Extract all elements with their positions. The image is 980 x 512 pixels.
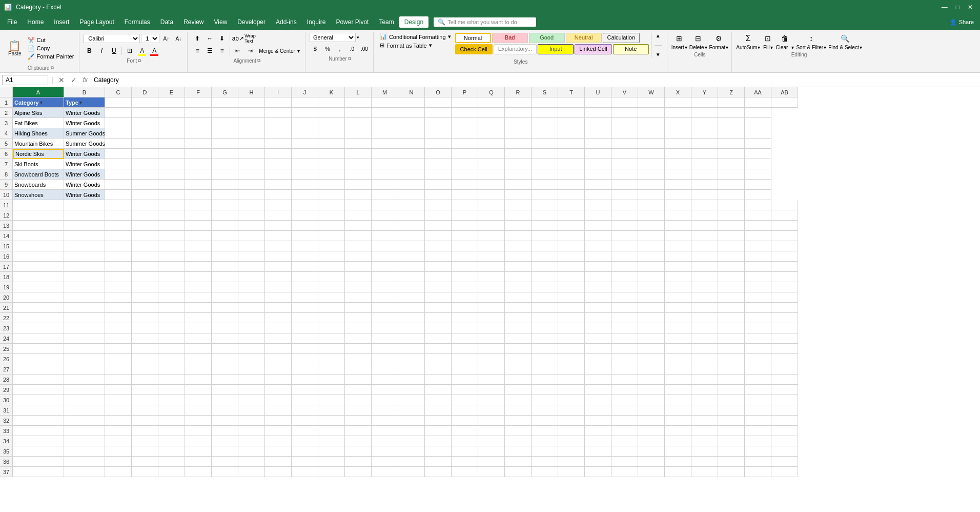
cell-r28-c24[interactable] xyxy=(691,375,718,385)
format-as-table-btn[interactable]: ⊞ Format as Table▾ xyxy=(378,42,453,49)
menu-data[interactable]: Data xyxy=(155,16,178,28)
row-21-number[interactable]: 21 xyxy=(0,303,13,313)
cell-r17-c26[interactable] xyxy=(745,262,771,272)
cell-r29-c15[interactable] xyxy=(452,385,478,395)
cell-r34-c13[interactable] xyxy=(398,436,425,446)
cell-r20-c0[interactable] xyxy=(13,292,64,303)
cell-r23-c11[interactable] xyxy=(345,323,372,333)
cell-r19-c26[interactable] xyxy=(745,282,771,292)
cell-r31-c24[interactable] xyxy=(691,405,718,416)
cell-r26-c21[interactable] xyxy=(611,354,638,364)
cell-m1[interactable] xyxy=(372,97,398,108)
cell-r11-c6[interactable] xyxy=(212,200,238,210)
cell-r13-c6[interactable] xyxy=(212,221,238,231)
fill-label[interactable]: Fill▾ xyxy=(763,45,773,50)
row-25-number[interactable]: 25 xyxy=(0,344,13,354)
cell-r12-c1[interactable] xyxy=(64,210,105,221)
cell-r24-c19[interactable] xyxy=(558,333,585,344)
cell-r30-c21[interactable] xyxy=(611,395,638,405)
cell-r14-c24[interactable] xyxy=(691,231,718,241)
cell-r11-c10[interactable] xyxy=(318,200,345,210)
cell-r35-c13[interactable] xyxy=(398,446,425,457)
cell-r32-c10[interactable] xyxy=(318,416,345,426)
cell-r12-c24[interactable] xyxy=(691,210,718,221)
cell-r27-c12[interactable] xyxy=(372,364,398,375)
col-header-g[interactable]: G xyxy=(212,87,238,97)
cell-r33-c26[interactable] xyxy=(745,426,771,436)
cell-r25-c0[interactable] xyxy=(13,344,64,354)
cell-r17-c4[interactable] xyxy=(158,262,185,272)
col-header-a[interactable]: A xyxy=(13,87,64,97)
cell-r24-c18[interactable] xyxy=(532,333,558,344)
cell-r24-c25[interactable] xyxy=(718,333,745,344)
cell-r28-c12[interactable] xyxy=(372,375,398,385)
cell-r31-c27[interactable] xyxy=(771,405,798,416)
cell-r16-c6[interactable] xyxy=(212,251,238,262)
font-name-selector[interactable]: Calibri xyxy=(84,34,140,43)
cell-r20-c20[interactable] xyxy=(585,292,611,303)
cell-r16-c15[interactable] xyxy=(452,251,478,262)
cell-x1[interactable] xyxy=(665,97,691,108)
cell-r21-c21[interactable] xyxy=(611,303,638,313)
row-33-number[interactable]: 33 xyxy=(0,426,13,436)
cell-r35-c24[interactable] xyxy=(691,446,718,457)
cell-r14-c0[interactable] xyxy=(13,231,64,241)
cell-r36-c17[interactable] xyxy=(505,457,532,467)
cell-r18-c16[interactable] xyxy=(478,272,505,282)
cell-r35-c5[interactable] xyxy=(185,446,212,457)
cell-r19-c5[interactable] xyxy=(185,282,212,292)
cell-r16-c11[interactable] xyxy=(345,251,372,262)
format-label[interactable]: Format▾ xyxy=(709,45,729,50)
cell-r24-c21[interactable] xyxy=(611,333,638,344)
cell-r23-c13[interactable] xyxy=(398,323,425,333)
cell-r30-c7[interactable] xyxy=(238,395,265,405)
cell-r37-c16[interactable] xyxy=(478,467,505,477)
cell-r30-c6[interactable] xyxy=(212,395,238,405)
cell-r25-c18[interactable] xyxy=(532,344,558,354)
cell-r13-c24[interactable] xyxy=(691,221,718,231)
cell-r15-c23[interactable] xyxy=(665,241,691,251)
row-27-number[interactable]: 27 xyxy=(0,364,13,375)
cell-r37-c5[interactable] xyxy=(185,467,212,477)
cell-r22-c24[interactable] xyxy=(691,313,718,323)
cell-r24-c5[interactable] xyxy=(185,333,212,344)
cell-r20-c13[interactable] xyxy=(398,292,425,303)
cell-r24-c2[interactable] xyxy=(105,333,132,344)
cell-r15-c21[interactable] xyxy=(611,241,638,251)
cell-r20-c26[interactable] xyxy=(745,292,771,303)
cell-r23-c18[interactable] xyxy=(532,323,558,333)
cell-r19-c25[interactable] xyxy=(718,282,745,292)
cell-r19-c3[interactable] xyxy=(132,282,158,292)
cell-r34-c12[interactable] xyxy=(372,436,398,446)
cell-r27-c11[interactable] xyxy=(345,364,372,375)
cell-r17-c22[interactable] xyxy=(638,262,665,272)
cell-r13-c4[interactable] xyxy=(158,221,185,231)
cell-r23-c9[interactable] xyxy=(292,323,318,333)
cell-r20-c2[interactable] xyxy=(105,292,132,303)
merge-center-btn[interactable]: Merge & Center▾ xyxy=(257,48,302,54)
cell-r30-c9[interactable] xyxy=(292,395,318,405)
cell-r36-c20[interactable] xyxy=(585,457,611,467)
cell-r19-c27[interactable] xyxy=(771,282,798,292)
cell-r15-c16[interactable] xyxy=(478,241,505,251)
cell-r21-c19[interactable] xyxy=(558,303,585,313)
cell-r28-c14[interactable] xyxy=(425,375,452,385)
cell-r25-c9[interactable] xyxy=(292,344,318,354)
cell-r24-c20[interactable] xyxy=(585,333,611,344)
cell-r14-c6[interactable] xyxy=(212,231,238,241)
col-header-k[interactable]: K xyxy=(318,87,345,97)
cell-r18-c13[interactable] xyxy=(398,272,425,282)
cell-r18-c17[interactable] xyxy=(505,272,532,282)
cell-r14-c12[interactable] xyxy=(372,231,398,241)
cell-r17-c8[interactable] xyxy=(265,262,292,272)
cell-r15-c0[interactable] xyxy=(13,241,64,251)
cell-r20-c14[interactable] xyxy=(425,292,452,303)
cell-b2[interactable]: Winter Goods xyxy=(64,108,105,118)
cell-r32-c23[interactable] xyxy=(665,416,691,426)
cell-r34-c7[interactable] xyxy=(238,436,265,446)
cell-r20-c11[interactable] xyxy=(345,292,372,303)
cell-r34-c19[interactable] xyxy=(558,436,585,446)
cell-b3[interactable]: Winter Goods xyxy=(64,118,105,128)
cell-r31-c9[interactable] xyxy=(292,405,318,416)
fill-btn[interactable]: ⊡ xyxy=(762,33,773,44)
